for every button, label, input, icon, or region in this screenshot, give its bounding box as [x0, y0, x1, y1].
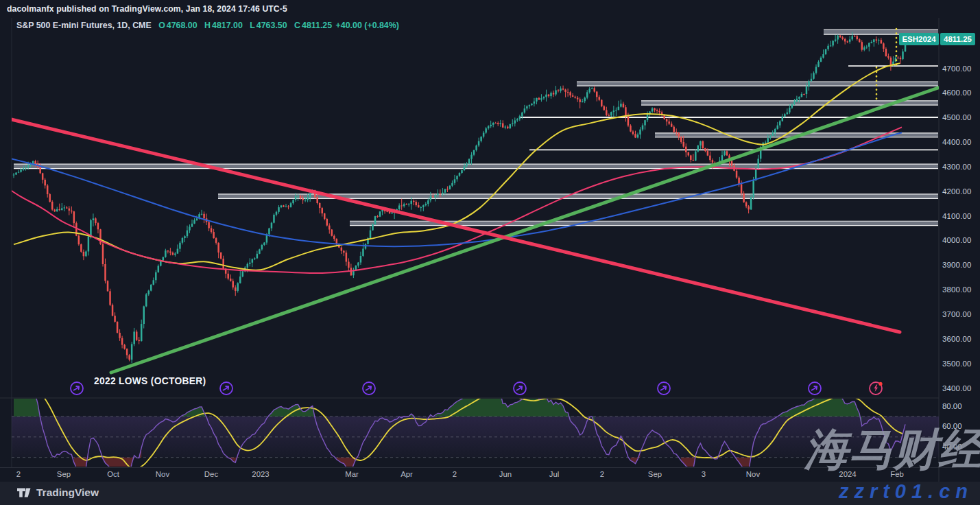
time-axis-label: Jul — [549, 470, 560, 478]
price-axis-label: 3800.00 — [942, 285, 972, 294]
price-axis-label: 4400.00 — [942, 138, 972, 146]
time-axis-label: Apr — [401, 470, 413, 478]
price-axis-label: 4200.00 — [942, 187, 972, 196]
change-value: +40.00 (+0.84%) — [336, 21, 399, 30]
time-axis-label: Oct — [107, 470, 119, 478]
time-axis-label: Nov — [746, 470, 760, 478]
tradingview-published-chart: dacolmanfx published on TradingView.com,… — [0, 0, 980, 505]
uptrend-from-2022-lows[interactable] — [111, 88, 938, 373]
symbol-legend[interactable]: S&P 500 E-mini Futures, 1D, CME O4768.00… — [16, 21, 399, 30]
time-axis-label: 2 — [600, 470, 604, 478]
tradingview-logo-text: TradingView — [36, 486, 99, 499]
drawing-anchor-icon[interactable] — [361, 380, 377, 397]
close-value: 4811.25 — [302, 21, 332, 30]
price-axis-label: 3600.00 — [942, 335, 972, 343]
tradingview-logo-icon — [16, 487, 32, 498]
supply-demand-zones[interactable] — [14, 30, 938, 226]
low-value: 4763.50 — [256, 21, 287, 30]
watermark-url: zzrt01.cn — [839, 480, 973, 503]
price-axis-label: 4100.00 — [942, 212, 972, 220]
time-axis-label: Mar — [345, 470, 359, 478]
open-label: O — [158, 21, 165, 30]
rsi-axis-label: 80.00 — [942, 402, 962, 410]
high-value: 4817.00 — [212, 21, 243, 30]
low-label: L — [250, 21, 255, 30]
footer-strip — [0, 482, 980, 505]
price-axis-label: 4600.00 — [942, 89, 972, 97]
open-value: 4768.00 — [167, 21, 198, 30]
time-axis-label: 2023 — [252, 470, 269, 478]
price-axis-label: 3500.00 — [942, 360, 972, 368]
drawing-anchor-icon[interactable] — [656, 380, 672, 397]
price-axis-label: 4700.00 — [942, 64, 972, 73]
lows-annotation[interactable]: 2022 LOWS (OCTOBER) — [94, 376, 206, 386]
drawing-anchor-icon[interactable] — [218, 380, 235, 397]
last-price-badge: 4811.25 — [940, 33, 975, 45]
contract-badge: ESH2024 — [899, 33, 939, 45]
high-label: H — [204, 21, 211, 30]
tradingview-logo[interactable]: TradingView — [16, 486, 99, 499]
time-axis-label: 2 — [16, 470, 21, 478]
price-axis-label: 4500.00 — [942, 113, 972, 121]
time-axis-label: Nov — [156, 470, 169, 478]
time-axis-label: 2 — [453, 470, 457, 478]
time-axis-label: Jun — [499, 470, 512, 478]
close-label: C — [294, 21, 300, 30]
time-axis-label: Sep — [57, 470, 71, 478]
drawing-anchor-icon[interactable] — [806, 380, 823, 397]
time-axis-label: Dec — [204, 470, 218, 478]
price-axis-label: 3400.00 — [942, 384, 972, 392]
drawing-anchor-icon[interactable] — [512, 380, 528, 397]
watermark-title: 海马财经 — [804, 420, 980, 480]
symbol-title: S&P 500 E-mini Futures, 1D, CME — [16, 21, 152, 30]
price-axis-label: 4300.00 — [942, 163, 972, 171]
alert-lightning-icon[interactable] — [868, 380, 884, 397]
price-axis-label: 3900.00 — [942, 261, 972, 269]
time-axis-label: 3 — [702, 470, 706, 478]
price-axis-label: 3700.00 — [942, 310, 972, 318]
drawing-anchor-icon[interactable] — [69, 380, 85, 397]
price-axis-label: 4000.00 — [942, 236, 972, 244]
time-axis-label: Sep — [648, 470, 662, 478]
